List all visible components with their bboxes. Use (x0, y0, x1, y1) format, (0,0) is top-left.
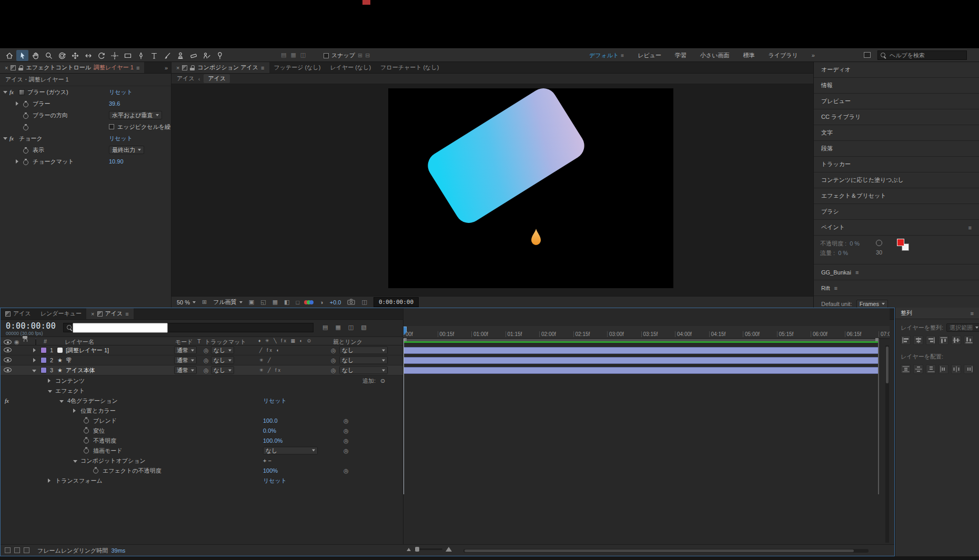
panel-menu-icon[interactable]: ≡ (971, 310, 974, 317)
pick-whip-icon[interactable]: ◎ (344, 437, 349, 444)
roto-brush-tool-icon[interactable] (200, 50, 213, 61)
panel-tab-info[interactable]: 情報 (814, 78, 979, 94)
workspace-menu-icon[interactable]: ≡ (621, 53, 624, 58)
timeline-search-input[interactable] (73, 323, 168, 333)
fx-badge-icon[interactable]: fx (9, 135, 14, 141)
rotation-tool-icon[interactable] (95, 50, 107, 61)
rulers-icon[interactable]: □ (296, 299, 299, 306)
parent-select[interactable]: なし (339, 366, 388, 374)
track-matte-select[interactable]: なし (211, 366, 234, 374)
twirl-closed-icon[interactable] (33, 348, 36, 352)
home-tool-icon[interactable] (3, 50, 15, 61)
scrollbar-thumb[interactable] (886, 347, 889, 383)
twirl-open-icon[interactable] (59, 400, 64, 403)
stopwatch-icon[interactable] (23, 147, 28, 153)
label-column-icon[interactable] (35, 339, 36, 346)
track-matte-select[interactable]: なし (211, 357, 234, 364)
panel-menu-icon[interactable]: ≡ (834, 285, 837, 291)
twirl-open-icon[interactable] (32, 370, 36, 372)
frame-blend-icon[interactable]: ▦ (335, 324, 340, 331)
parent-pick-whip-icon[interactable]: ◎ (331, 357, 336, 364)
layer-switches[interactable]: ✳ ╱ (259, 358, 272, 363)
layer-name[interactable]: アイス本体 (66, 366, 95, 374)
resolution-select[interactable]: フル画質 (213, 298, 243, 306)
layer-row-1[interactable]: 1 [調整レイヤー 1] 通常 ◎ なし ╱ fx ◐ ◎ なし (1, 345, 403, 355)
fill-option-icon[interactable]: ▤ (281, 52, 286, 58)
dolly-camera-tool-icon[interactable] (82, 50, 94, 61)
timeline-search[interactable] (63, 323, 314, 332)
selection-tool-icon[interactable] (16, 50, 28, 61)
composition-viewer[interactable] (171, 84, 813, 296)
property-value[interactable]: 10.90 (109, 158, 124, 165)
paint-panel-header[interactable]: ペイント ≡ (814, 220, 979, 236)
twirl-closed-icon[interactable] (16, 159, 18, 164)
composition-marker-icon[interactable]: ▤ (322, 324, 328, 331)
reset-link[interactable]: リセット (109, 88, 133, 96)
time-ruler[interactable]: 00f 00:15f 01:00f 01:15f 02:00f 02:15f 0… (403, 326, 890, 339)
parent-pick-whip-icon[interactable]: ◎ (331, 367, 336, 374)
blur-direction-select[interactable]: 水平および垂直 (109, 111, 162, 119)
breadcrumb-current[interactable]: アイス (204, 74, 230, 83)
panel-menu-icon[interactable]: ≡ (136, 65, 139, 71)
snap-checkbox[interactable] (324, 53, 329, 58)
layer-row-3[interactable]: 3 ★ アイス本体 通常 ◎ なし ✳ ╱ fx ◎ なし (1, 365, 403, 375)
property-value[interactable]: 100.0 (263, 418, 278, 424)
twirl-closed-icon[interactable] (73, 409, 76, 413)
workspace-tab-standard[interactable]: 標準 (743, 52, 754, 59)
panel-tab-character[interactable]: 文字 (814, 125, 979, 141)
layer-switches[interactable]: ╱ fx ◐ (259, 348, 281, 353)
composite-add-remove-buttons[interactable]: + − (263, 457, 271, 464)
breadcrumb-previous[interactable]: アイス (177, 75, 195, 83)
align-top-button[interactable] (938, 335, 948, 345)
label-color-chip[interactable] (41, 367, 47, 373)
panel-tab-rift[interactable]: Rift ≡ (814, 280, 979, 296)
layer-name-column-header[interactable]: レイヤー名 (65, 338, 94, 346)
reset-link[interactable]: リセット (263, 476, 287, 484)
close-icon[interactable]: × (91, 311, 94, 317)
stopwatch-icon[interactable] (23, 159, 28, 165)
add-property-button[interactable]: ⊙ (380, 377, 385, 384)
type-tool-icon[interactable] (148, 50, 160, 61)
shared-view-icon[interactable] (864, 52, 871, 58)
distribute-horizontal-center-button[interactable] (951, 364, 961, 374)
property-value[interactable]: 100.0% (263, 437, 282, 444)
magnification-select[interactable]: 50 % (177, 299, 196, 306)
align-left-button[interactable] (901, 335, 911, 345)
panel-tab-cc-libraries[interactable]: CC ライブラリ (814, 109, 979, 125)
close-icon[interactable]: × (176, 65, 179, 71)
guides-icon[interactable]: ◧ (284, 299, 289, 306)
property-row-blend[interactable]: ブレンド 100.0 ◎ (1, 415, 403, 425)
distribute-left-button[interactable] (938, 364, 948, 374)
panel-menu-icon[interactable]: ≡ (855, 269, 859, 276)
twirl-closed-icon[interactable] (48, 379, 51, 383)
scrollbar-thumb[interactable] (465, 549, 854, 552)
close-icon[interactable]: × (5, 65, 8, 71)
pan-behind-tool-icon[interactable] (108, 50, 120, 61)
timeline-vertical-scrollbar[interactable] (885, 345, 889, 543)
twirl-closed-icon[interactable] (33, 358, 36, 362)
zoom-in-icon[interactable] (446, 547, 452, 552)
parent-pick-whip-icon[interactable]: ◎ (331, 347, 336, 354)
effect-property-row[interactable]: チョークマット 10.90 (0, 156, 171, 167)
fx-badge-icon[interactable]: fx (9, 89, 14, 95)
exposure-value[interactable]: +0.0 (330, 299, 341, 306)
twirl-open-icon[interactable] (48, 390, 52, 393)
graph-editor-icon[interactable]: ▧ (361, 324, 366, 331)
shape-tool-icon[interactable] (122, 50, 134, 61)
property-row-effects[interactable]: エフェクト (1, 385, 403, 395)
mode-column-header[interactable]: モード (175, 338, 193, 346)
track-matte-column-header[interactable]: トラックマット (205, 338, 246, 346)
panel-tab-paragraph[interactable]: 段落 (814, 141, 979, 157)
layer-row-2[interactable]: 2 ★ 雫 通常 ◎ なし ✳ ╱ ◎ なし (1, 355, 403, 365)
zoom-out-icon[interactable] (407, 548, 411, 551)
footage-tab[interactable]: フッテージ (なし) (269, 62, 326, 73)
workspace-tab-libraries[interactable]: ライブラリ (768, 52, 798, 59)
stopwatch-icon[interactable] (84, 437, 89, 443)
stopwatch-icon[interactable] (93, 467, 98, 473)
motion-blur-icon[interactable]: ◫ (348, 324, 354, 331)
panel-tab-preview[interactable]: プレビュー (814, 94, 979, 109)
stopwatch-icon[interactable] (23, 101, 28, 107)
expand-transfer-controls-icon[interactable] (14, 547, 20, 553)
expand-layer-switches-icon[interactable] (5, 547, 11, 553)
pick-whip-icon[interactable]: ◎ (344, 467, 349, 474)
